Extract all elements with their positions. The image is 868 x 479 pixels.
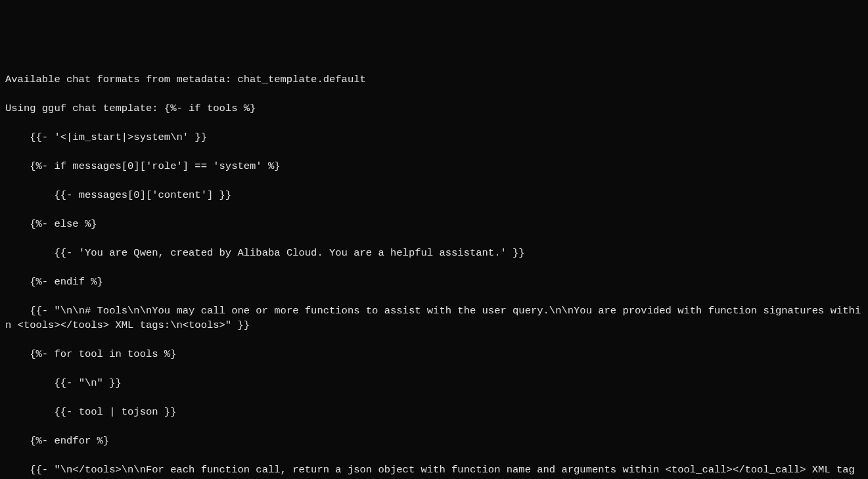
terminal-output[interactable]: Available chat formats from metadata: ch… xyxy=(0,58,868,479)
terminal-line: Using gguf chat template: {%- if tools %… xyxy=(5,101,863,116)
terminal-line: {%- if messages[0]['role'] == 'system' %… xyxy=(5,159,863,173)
terminal-line: Available chat formats from metadata: ch… xyxy=(5,72,863,87)
terminal-line: {{- "\n\n# Tools\n\nYou may call one or … xyxy=(5,304,863,332)
terminal-line: {%- endfor %} xyxy=(5,434,863,448)
terminal-line: {{- 'You are Qwen, created by Alibaba Cl… xyxy=(5,246,863,260)
terminal-line: {{- tool | tojson }} xyxy=(5,405,863,419)
terminal-line: {%- for tool in tools %} xyxy=(5,347,863,361)
terminal-line: {{- messages[0]['content'] }} xyxy=(5,188,863,202)
terminal-line: {{- '<|im_start|>system\n' }} xyxy=(5,130,863,145)
terminal-line: {%- else %} xyxy=(5,217,863,231)
terminal-line: {{- "\n" }} xyxy=(5,376,863,390)
terminal-line: {%- endif %} xyxy=(5,275,863,289)
terminal-line: {{- "\n</tools>\n\nFor each function cal… xyxy=(5,463,863,479)
